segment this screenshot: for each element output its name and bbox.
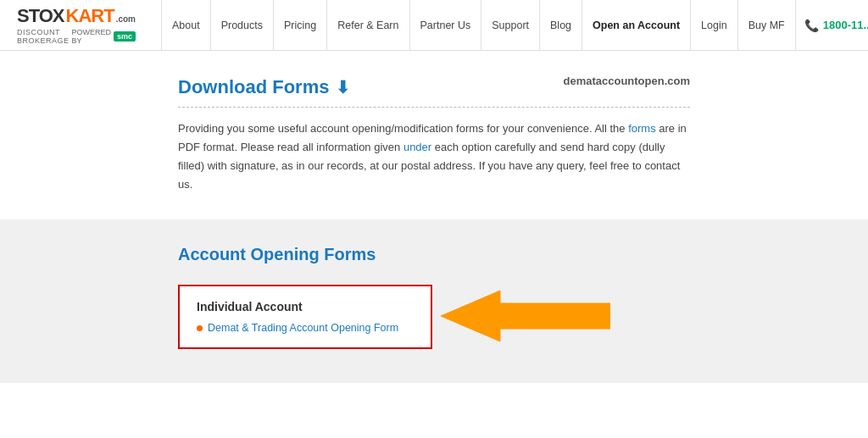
bullet-dot — [197, 325, 203, 331]
demat-form-label: Demat & Trading Account Opening Form — [208, 322, 398, 334]
card-arrow-group: Individual Account Demat & Trading Accou… — [178, 285, 690, 349]
navbar: STOXKART.com DISCOUNT BROKERAGE POWERED … — [0, 0, 868, 51]
download-section: Download Forms ⬇ demataccountopen.com Pr… — [0, 51, 868, 219]
nav-partner[interactable]: Partner Us — [410, 0, 482, 51]
phone-icon: 📞 — [804, 19, 819, 32]
dashed-divider — [178, 107, 690, 108]
nav-buy-mf[interactable]: Buy MF — [738, 0, 796, 51]
nav-support[interactable]: Support — [481, 0, 540, 51]
logo-sub-text: DISCOUNT BROKERAGE — [17, 28, 70, 45]
logo-powered: POWERED BY — [72, 28, 112, 45]
logo-stox: STOX — [17, 5, 64, 27]
nav-links: About Products Pricing Refer & Earn Part… — [161, 0, 796, 51]
individual-account-title: Individual Account — [197, 300, 414, 313]
nav-about[interactable]: About — [161, 0, 211, 51]
smc-badge: smc — [114, 31, 136, 42]
description-text: Providing you some useful account openin… — [178, 119, 690, 194]
nav-pricing[interactable]: Pricing — [274, 0, 327, 51]
info-link: under — [403, 141, 431, 153]
pointing-arrow — [441, 286, 610, 346]
arrow-container — [441, 286, 610, 348]
logo-kart: KART — [66, 5, 114, 27]
demat-form-link[interactable]: Demat & Trading Account Opening Form — [197, 322, 414, 334]
download-icon: ⬇ — [336, 77, 350, 97]
download-title-text: Download Forms — [178, 76, 329, 98]
nav-refer[interactable]: Refer & Earn — [327, 0, 409, 51]
logo-com: .com — [116, 14, 136, 24]
logo-subtitle: DISCOUNT BROKERAGE POWERED BY smc — [17, 28, 136, 45]
individual-account-card: Individual Account Demat & Trading Accou… — [178, 285, 432, 349]
nav-blog[interactable]: Blog — [540, 0, 582, 51]
nav-login[interactable]: Login — [691, 0, 738, 51]
phone-number: 1800-11... — [823, 19, 868, 31]
account-opening-title: Account Opening Forms — [178, 245, 690, 264]
forms-link[interactable]: forms — [628, 122, 656, 135]
svg-marker-0 — [441, 291, 610, 341]
nav-phone[interactable]: 📞 1800-11... — [804, 19, 868, 32]
nav-products[interactable]: Products — [211, 0, 274, 51]
domain-tag: demataccountopen.com — [563, 75, 690, 87]
account-opening-section: Account Opening Forms Individual Account… — [0, 219, 868, 383]
logo[interactable]: STOXKART.com DISCOUNT BROKERAGE POWERED … — [17, 5, 136, 45]
nav-open-account[interactable]: Open an Account — [582, 0, 691, 51]
